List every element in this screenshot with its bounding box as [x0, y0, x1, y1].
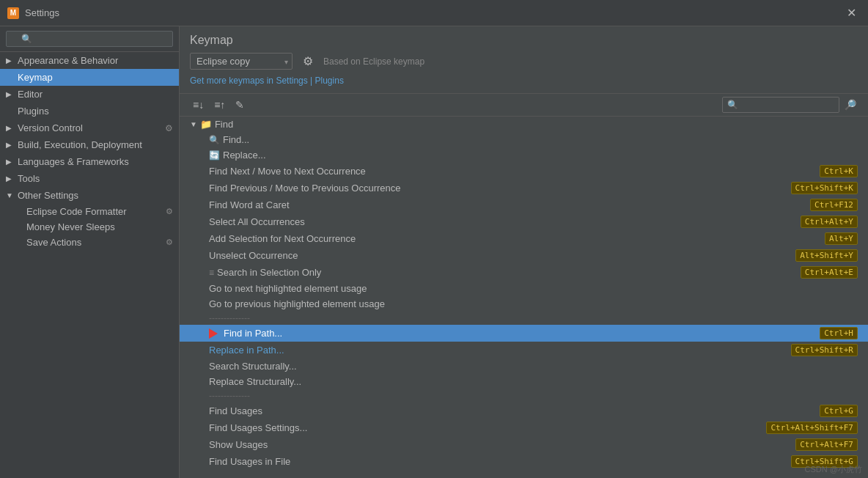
settings-window: M Settings ✕ ▶ Appearance & Behavior ▶ K… — [0, 0, 868, 478]
keymap-item-find-usages-settings[interactable]: Find Usages Settings... Ctrl+Alt+Shift+F… — [180, 419, 868, 436]
keymap-item-prev-highlighted[interactable]: Go to previous highlighted element usage — [180, 296, 868, 312]
item-label-find-usages-settings: Find Usages Settings... — [209, 422, 307, 433]
sidebar-item-version-control[interactable]: ▶ Version Control ⚙ — [0, 120, 179, 136]
sidebar-label-keymap: Keymap — [18, 72, 53, 83]
keymap-item-add-next-occ[interactable]: Add Selection for Next Occurrence Alt+Y — [180, 230, 868, 247]
sidebar-label-plugins: Plugins — [18, 106, 49, 117]
sidebar-search-input[interactable] — [6, 31, 173, 47]
item-label-search-structurally: Search Structurally... — [209, 361, 297, 372]
keymap-controls: Eclipse copy ▾ ⚙ Based on Eclipse keymap — [190, 53, 858, 70]
eclipse-formatter-label: Eclipse Code Formatter — [26, 206, 127, 217]
keymap-based-text: Based on Eclipse keymap — [323, 56, 424, 67]
item-label-show-usages: Show Usages — [209, 439, 268, 450]
keymap-item-search-structurally[interactable]: Search Structurally... — [180, 358, 868, 374]
sidebar-item-save-actions[interactable]: Save Actions ⚙ — [15, 235, 179, 250]
search-in-list-button[interactable]: 🔎 — [842, 98, 858, 112]
sidebar-item-eclipse-formatter[interactable]: Eclipse Code Formatter ⚙ — [15, 204, 179, 219]
sidebar-item-plugins[interactable]: ▶ Plugins — [0, 103, 179, 120]
shortcut-replace-in-path: Ctrl+Shift+R — [791, 344, 858, 356]
shortcut-add-next-occ: Alt+Y — [825, 232, 858, 245]
sidebar-item-keymap[interactable]: ▶ Keymap — [0, 69, 179, 86]
keymap-links: Get more keymaps in Settings | Plugins — [190, 76, 858, 86]
sidebar-item-tools[interactable]: ▶ Tools — [0, 170, 179, 187]
sidebar-label-other-settings: Other Settings — [18, 190, 78, 201]
search-selection-icon: ≡ — [209, 268, 214, 278]
keymap-item-find-next[interactable]: Find Next / Move to Next Occurrence Ctrl… — [180, 163, 868, 180]
get-more-keymaps-link[interactable]: Get more keymaps in Settings | Plugins — [190, 76, 344, 86]
keymap-item-next-highlighted[interactable]: Go to next highlighted element usage — [180, 281, 868, 296]
title-bar: M Settings ✕ — [0, 0, 868, 26]
sidebar-item-languages[interactable]: ▶ Languages & Frameworks — [0, 153, 179, 170]
keymap-item-find-word[interactable]: Find Word at Caret Ctrl+F12 — [180, 196, 868, 213]
keymap-item-find-in-path[interactable]: Find in Path... Ctrl+H — [180, 325, 868, 342]
sidebar: ▶ Appearance & Behavior ▶ Keymap ▶ Edito… — [0, 26, 180, 478]
panel-title: Keymap — [190, 34, 858, 47]
red-arrow-icon — [209, 328, 218, 339]
sidebar-item-appearance[interactable]: ▶ Appearance & Behavior — [0, 52, 179, 69]
item-label-next-highlighted: Go to next highlighted element usage — [209, 283, 367, 294]
save-actions-label: Save Actions — [26, 237, 81, 248]
keymap-item-select-all-occ[interactable]: Select All Occurrences Ctrl+Alt+Y — [180, 213, 868, 230]
shortcut-find-word: Ctrl+F12 — [810, 199, 858, 211]
shortcut-find-in-path: Ctrl+H — [820, 327, 858, 339]
item-label-unselect-occ: Unselect Occurrence — [209, 250, 298, 261]
keymap-gear-button[interactable]: ⚙ — [298, 53, 317, 70]
item-label-find-usages: Find Usages — [209, 405, 262, 416]
sidebar-item-other-settings[interactable]: ▼ Other Settings — [0, 187, 179, 204]
separator-1: -------------- — [180, 312, 868, 325]
keymap-item-find[interactable]: 🔍 Find... — [180, 132, 868, 147]
gear-icon: ⚙ — [166, 207, 173, 216]
shortcut-find-prev: Ctrl+Shift+K — [791, 182, 858, 194]
keymap-group-find[interactable]: ▼ 📁 Find — [180, 117, 868, 132]
keymap-item-search-selection[interactable]: ≡ Search in Selection Only Ctrl+Alt+E — [180, 264, 868, 281]
sidebar-item-build[interactable]: ▶ Build, Execution, Deployment — [0, 136, 179, 153]
separator-2: -------------- — [180, 389, 868, 402]
panel-header: Keymap Eclipse copy ▾ ⚙ Based on Eclipse… — [180, 26, 868, 94]
sidebar-item-money-never-sleeps[interactable]: Money Never Sleeps — [15, 219, 179, 235]
arrow-down-icon: ▼ — [6, 191, 15, 199]
arrow-icon: ▶ — [6, 124, 15, 132]
shortcut-find-usages-settings: Ctrl+Alt+Shift+F7 — [766, 422, 858, 434]
keymap-item-replace-in-path[interactable]: Replace in Path... Ctrl+Shift+R — [180, 342, 868, 358]
keymap-item-replace-structurally[interactable]: Replace Structurally... — [180, 374, 868, 389]
align-right-button[interactable]: ≡↑ — [211, 98, 228, 112]
shortcut-find-next: Ctrl+K — [820, 165, 858, 177]
shortcut-show-usages: Ctrl+Alt+F7 — [795, 438, 858, 451]
item-label-find-prev: Find Previous / Move to Previous Occurre… — [209, 183, 401, 194]
align-left-button[interactable]: ≡↓ — [190, 98, 207, 112]
right-panel: Keymap Eclipse copy ▾ ⚙ Based on Eclipse… — [180, 26, 868, 478]
item-label-find-in-path: Find in Path... — [224, 328, 282, 339]
edit-button[interactable]: ✎ — [232, 98, 247, 112]
sidebar-label-appearance: Appearance & Behavior — [18, 55, 118, 66]
other-settings-children: Eclipse Code Formatter ⚙ Money Never Sle… — [0, 204, 179, 250]
arrow-icon: ▶ — [6, 56, 15, 65]
keymap-dropdown[interactable]: Eclipse copy — [190, 53, 293, 70]
keymap-item-find-usages[interactable]: Find Usages Ctrl+G — [180, 402, 868, 419]
keymap-item-find-usages-file[interactable]: Find Usages in File Ctrl+Shift+G — [180, 453, 868, 470]
shortcut-search-selection: Ctrl+Alt+E — [801, 266, 858, 279]
item-label-replace-in-path: Replace in Path... — [209, 345, 284, 356]
keymap-item-show-usages[interactable]: Show Usages Ctrl+Alt+F7 — [180, 436, 868, 453]
item-label-find: Find... — [223, 134, 249, 145]
toolbar-left: ≡↓ ≡↑ ✎ — [190, 98, 247, 112]
arrow-icon: ▶ — [6, 90, 15, 98]
title-bar-left: M Settings — [7, 7, 59, 19]
version-control-icon: ⚙ — [165, 123, 173, 133]
sidebar-item-editor[interactable]: ▶ Editor — [0, 86, 179, 103]
group-label-find: Find — [215, 119, 233, 130]
item-label-add-next-occ: Add Selection for Next Occurrence — [209, 233, 356, 244]
shortcut-find-usages: Ctrl+G — [820, 405, 858, 417]
main-content: ▶ Appearance & Behavior ▶ Keymap ▶ Edito… — [0, 26, 868, 478]
keymap-item-replace[interactable]: 🔄 Replace... — [180, 147, 868, 163]
toolbar-right: 🔎 — [722, 97, 858, 113]
item-label-search-selection: Search in Selection Only — [217, 267, 321, 278]
sidebar-label-editor: Editor — [18, 89, 43, 100]
keymap-item-unselect-occ[interactable]: Unselect Occurrence Alt+Shift+Y — [180, 247, 868, 264]
replace-icon: 🔄 — [209, 150, 220, 161]
app-icon: M — [7, 7, 19, 19]
close-button[interactable]: ✕ — [842, 4, 861, 21]
watermark: CSDN @小虎竹 — [805, 464, 862, 475]
keymap-search-input[interactable] — [722, 97, 839, 113]
arrow-icon: ▶ — [6, 174, 15, 183]
keymap-item-find-prev[interactable]: Find Previous / Move to Previous Occurre… — [180, 180, 868, 196]
